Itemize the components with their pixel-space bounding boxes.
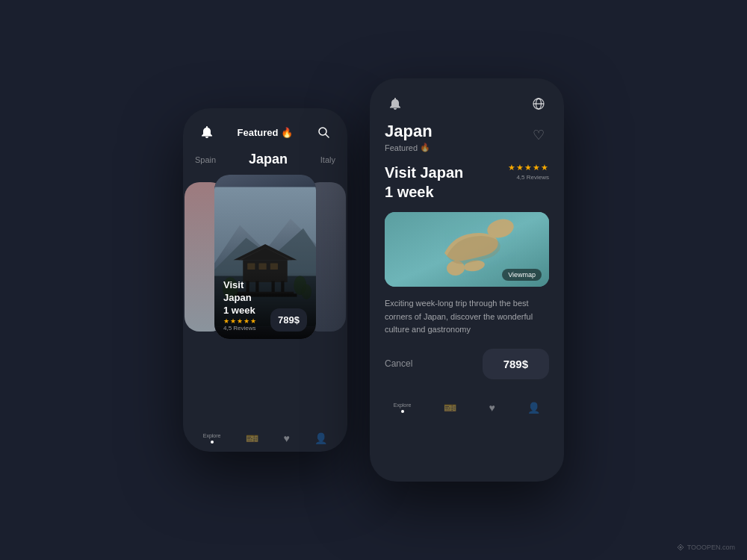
svg-rect-9 <box>247 264 255 270</box>
bell-icon-right[interactable] <box>385 93 406 114</box>
nav-tickets-right[interactable]: 🎫 <box>444 402 456 414</box>
left-phone: Featured 🔥 Spain Japan Italy <box>183 108 347 452</box>
action-row: Cancel 789$ <box>385 349 549 379</box>
nav-explore-right[interactable]: Explore <box>394 402 412 413</box>
watermark: TOOOPEN.com <box>677 544 735 551</box>
map-card[interactable]: Viewmap <box>385 212 549 287</box>
right-phone: Japan Featured 🔥 ♡ Visit Japan 1 week <box>370 78 564 482</box>
right-header <box>370 78 564 122</box>
nav-profile-left[interactable]: 👤 <box>314 432 327 444</box>
nav-dot-right <box>401 410 404 413</box>
tab-italy[interactable]: Italy <box>320 155 335 164</box>
bottom-nav-left: Explore 🎫 ♥ 👤 <box>183 422 347 452</box>
left-header: Featured 🔥 <box>183 108 347 149</box>
card-main[interactable]: Visit Japan 1 week ★★★★★ 4,5 Reviews 789… <box>214 175 316 339</box>
tab-japan[interactable]: Japan <box>249 152 288 167</box>
flame-icon-right: 🔥 <box>420 143 430 152</box>
nav-favorites-right[interactable]: ♥ <box>489 402 495 414</box>
reviews: 4,5 Reviews <box>223 325 270 332</box>
scene: Featured 🔥 Spain Japan Italy <box>0 0 747 560</box>
bottom-nav-right: Explore 🎫 ♥ 👤 <box>370 391 564 421</box>
card-stack: Visit Japan 1 week ★★★★★ 4,5 Reviews 789… <box>192 175 338 354</box>
card-title: Visit Japan 1 week <box>223 279 270 317</box>
left-featured-title: Featured 🔥 <box>238 127 294 138</box>
trip-title: Visit Japan 1 week <box>385 163 463 202</box>
card-info: Visit Japan 1 week ★★★★★ 4,5 Reviews 789… <box>214 272 316 339</box>
rating-block: ★★★★★ 4,5 Reviews <box>508 163 549 181</box>
svg-rect-11 <box>270 264 278 270</box>
destination-tabs: Spain Japan Italy <box>183 149 347 175</box>
right-title-block: Japan Featured 🔥 ♡ <box>370 122 564 152</box>
destination-subtitle: Featured 🔥 <box>385 143 433 152</box>
price-badge[interactable]: 789$ <box>270 308 307 332</box>
trip-header: Visit Japan 1 week ★★★★★ 4,5 Reviews <box>385 163 549 202</box>
flame-icon-left: 🔥 <box>281 127 293 138</box>
globe-icon-right[interactable] <box>528 93 549 114</box>
nav-tickets-left[interactable]: 🎫 <box>246 432 258 444</box>
book-button[interactable]: 789$ <box>483 349 549 379</box>
trip-stars: ★★★★★ <box>508 163 549 172</box>
nav-explore-left[interactable]: Explore <box>203 433 221 444</box>
trip-description: Exciting week-long trip through the best… <box>385 297 549 337</box>
svg-point-29 <box>679 547 681 549</box>
tab-spain[interactable]: Spain <box>195 155 216 164</box>
bell-icon-left[interactable] <box>196 122 217 143</box>
nav-favorites-left[interactable]: ♥ <box>283 432 289 444</box>
stars: ★★★★★ <box>223 317 270 325</box>
nav-profile-right[interactable]: 👤 <box>527 402 540 414</box>
search-icon-left[interactable] <box>313 122 334 143</box>
map-label[interactable]: Viewmap <box>502 269 542 281</box>
trip-reviews: 4,5 Reviews <box>508 174 549 181</box>
card-text: Visit Japan 1 week ★★★★★ 4,5 Reviews <box>223 279 270 332</box>
destination-name: Japan <box>385 122 433 141</box>
svg-line-1 <box>326 134 329 137</box>
heart-icon-right[interactable]: ♡ <box>528 125 549 146</box>
svg-rect-10 <box>259 264 267 270</box>
cancel-button[interactable]: Cancel <box>385 358 412 369</box>
right-content: Visit Japan 1 week ★★★★★ 4,5 Reviews <box>370 152 564 379</box>
nav-dot-left <box>211 441 214 444</box>
